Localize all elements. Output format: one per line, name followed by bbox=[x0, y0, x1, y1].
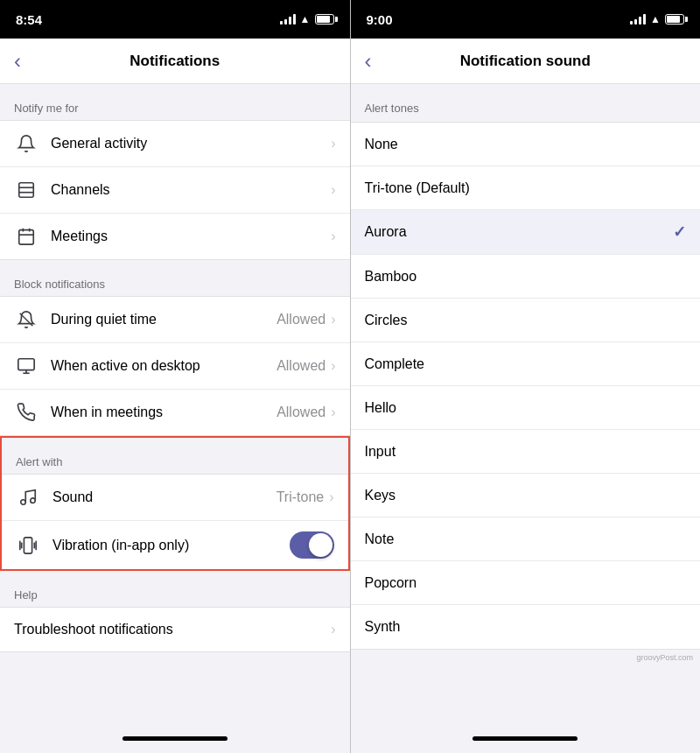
hello-label: Hello bbox=[365, 400, 687, 416]
alert-list-group: Sound Tri-tone › Vibration (i bbox=[2, 474, 348, 569]
block-list-group: During quiet time Allowed › When active … bbox=[0, 296, 350, 436]
bamboo-label: Bamboo bbox=[365, 269, 687, 285]
sound-item-circles[interactable]: Circles bbox=[351, 299, 701, 342]
chevron-right-icon: › bbox=[331, 405, 335, 420]
none-label: None bbox=[365, 137, 687, 152]
sound-item-popcorn[interactable]: Popcorn bbox=[351, 561, 701, 605]
list-item-in-meetings[interactable]: When in meetings Allowed › bbox=[0, 390, 350, 435]
list-item-meetings[interactable]: Meetings › bbox=[0, 214, 350, 259]
keys-label: Keys bbox=[365, 488, 687, 503]
right-home-indicator bbox=[351, 723, 701, 753]
aurora-label: Aurora bbox=[365, 224, 674, 240]
troubleshoot-label: Troubleshoot notifications bbox=[14, 622, 331, 637]
left-status-bar: 8:54 ▲ bbox=[0, 0, 350, 39]
block-section-label: Block notifications bbox=[0, 260, 350, 296]
sound-item-bamboo[interactable]: Bamboo bbox=[351, 255, 701, 299]
left-time: 8:54 bbox=[16, 12, 42, 27]
battery-icon bbox=[665, 14, 684, 25]
help-list-group: Troubleshoot notifications › bbox=[0, 607, 350, 652]
quiet-time-value: Allowed bbox=[276, 312, 326, 327]
sound-item-note[interactable]: Note bbox=[351, 517, 701, 561]
signal-icon bbox=[280, 14, 296, 25]
chevron-right-icon: › bbox=[331, 358, 335, 374]
sound-item-complete[interactable]: Complete bbox=[351, 342, 701, 386]
tri-tone-label: Tri-tone (Default) bbox=[365, 180, 687, 196]
quiet-time-icon bbox=[14, 307, 38, 332]
checkmark-icon: ✓ bbox=[673, 222, 686, 242]
right-back-button[interactable]: ‹ bbox=[365, 49, 372, 74]
sound-item-hello[interactable]: Hello bbox=[351, 386, 701, 430]
sound-list-group: None Tri-tone (Default) Aurora ✓ Bamboo … bbox=[351, 122, 701, 650]
meetings-icon bbox=[14, 224, 38, 249]
right-time: 9:00 bbox=[367, 12, 393, 27]
alert-section-highlight: Alert with Sound Tri-tone › bbox=[0, 436, 350, 571]
vibration-toggle[interactable] bbox=[290, 531, 334, 559]
phone-icon bbox=[14, 400, 38, 425]
right-status-icons: ▲ bbox=[630, 13, 684, 25]
help-section-label: Help bbox=[0, 571, 350, 607]
right-status-bar: 9:00 ▲ bbox=[351, 0, 701, 39]
notify-list-group: General activity › Channels › bbox=[0, 120, 350, 260]
list-item-general-activity[interactable]: General activity › bbox=[0, 121, 350, 167]
svg-rect-8 bbox=[18, 359, 34, 370]
list-item-active-desktop[interactable]: When active on desktop Allowed › bbox=[0, 343, 350, 390]
home-indicator bbox=[0, 723, 350, 753]
chevron-right-icon: › bbox=[331, 312, 335, 327]
alert-section-label: Alert with bbox=[2, 438, 348, 474]
list-item-troubleshoot[interactable]: Troubleshoot notifications › bbox=[0, 608, 350, 651]
right-page-title: Notification sound bbox=[460, 53, 591, 70]
in-meetings-value: Allowed bbox=[276, 405, 326, 420]
wifi-icon: ▲ bbox=[300, 13, 311, 25]
sound-value: Tri-tone bbox=[276, 489, 325, 505]
svg-rect-3 bbox=[19, 230, 34, 245]
sound-item-keys[interactable]: Keys bbox=[351, 474, 701, 517]
left-status-icons: ▲ bbox=[280, 13, 334, 25]
bell-icon bbox=[14, 131, 38, 156]
list-item-quiet-time[interactable]: During quiet time Allowed › bbox=[0, 297, 350, 343]
sound-item-none[interactable]: None bbox=[351, 123, 701, 166]
svg-rect-13 bbox=[24, 537, 32, 552]
active-desktop-label: When active on desktop bbox=[51, 358, 276, 374]
list-item-vibration[interactable]: Vibration (in-app only) bbox=[2, 521, 348, 569]
left-page-title: Notifications bbox=[130, 53, 220, 70]
sound-icon bbox=[16, 485, 40, 510]
complete-label: Complete bbox=[365, 356, 687, 372]
sound-item-aurora[interactable]: Aurora ✓ bbox=[351, 210, 701, 255]
sound-label: Sound bbox=[52, 489, 276, 505]
quiet-time-label: During quiet time bbox=[51, 312, 276, 327]
signal-icon bbox=[630, 14, 646, 25]
sound-item-synth[interactable]: Synth bbox=[351, 605, 701, 649]
meetings-label: Meetings bbox=[51, 229, 331, 244]
sound-item-input[interactable]: Input bbox=[351, 430, 701, 474]
channels-label: Channels bbox=[51, 182, 331, 198]
list-item-sound[interactable]: Sound Tri-tone › bbox=[2, 475, 348, 521]
alert-tones-label: Alert tones bbox=[351, 84, 701, 122]
left-back-button[interactable]: ‹ bbox=[14, 49, 21, 74]
circles-label: Circles bbox=[365, 313, 687, 328]
notify-section-label: Notify me for bbox=[0, 84, 350, 120]
popcorn-label: Popcorn bbox=[365, 575, 687, 591]
svg-point-12 bbox=[31, 498, 36, 503]
channels-icon bbox=[14, 178, 38, 202]
in-meetings-label: When in meetings bbox=[51, 405, 276, 420]
synth-label: Synth bbox=[365, 619, 687, 635]
general-activity-label: General activity bbox=[51, 136, 331, 151]
battery-icon bbox=[315, 14, 334, 25]
svg-point-11 bbox=[21, 500, 26, 505]
left-phone-panel: 8:54 ▲ ‹ Notifications Notify me for bbox=[0, 0, 350, 753]
right-nav-header: ‹ Notification sound bbox=[351, 39, 701, 84]
watermark: groovyPost.com bbox=[351, 650, 701, 665]
svg-rect-0 bbox=[19, 183, 34, 198]
right-home-bar bbox=[472, 736, 578, 741]
sound-item-tri-tone[interactable]: Tri-tone (Default) bbox=[351, 166, 701, 210]
right-phone-panel: 9:00 ▲ ‹ Notification sound Alert tones … bbox=[351, 0, 701, 753]
chevron-right-icon: › bbox=[331, 229, 335, 244]
list-item-channels[interactable]: Channels › bbox=[0, 167, 350, 214]
left-content: Notify me for General activity › bbox=[0, 84, 350, 723]
right-content: Alert tones None Tri-tone (Default) Auro… bbox=[351, 84, 701, 723]
vibration-icon bbox=[16, 533, 40, 558]
note-label: Note bbox=[365, 531, 687, 547]
chevron-right-icon: › bbox=[331, 622, 335, 637]
chevron-right-icon: › bbox=[331, 136, 335, 151]
chevron-right-icon: › bbox=[331, 182, 335, 198]
